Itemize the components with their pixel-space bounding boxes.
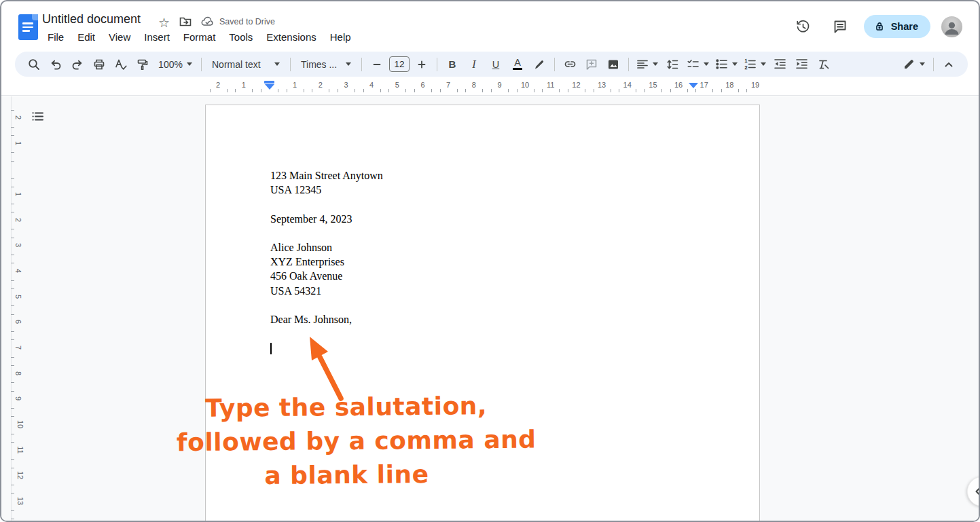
ruler-tick bbox=[670, 89, 671, 92]
menu-item-extensions[interactable]: Extensions bbox=[259, 30, 323, 44]
menu-item-view[interactable]: View bbox=[102, 30, 137, 44]
zoom-select[interactable]: 100% bbox=[156, 56, 195, 73]
comments-icon[interactable] bbox=[827, 14, 853, 39]
line-spacing-icon[interactable] bbox=[664, 56, 681, 73]
h-ruler-number: 1 bbox=[242, 81, 246, 89]
ruler-tick bbox=[534, 89, 534, 92]
saved-status[interactable]: Saved to Drive bbox=[219, 17, 275, 26]
insert-image-icon[interactable] bbox=[604, 56, 622, 73]
ruler-tick bbox=[508, 89, 509, 92]
increase-indent-icon[interactable] bbox=[793, 56, 810, 73]
ruler-tick bbox=[687, 89, 688, 92]
menu-item-format[interactable]: Format bbox=[177, 30, 223, 44]
h-ruler-number: 15 bbox=[649, 81, 657, 89]
print-icon[interactable] bbox=[90, 56, 108, 73]
horizontal-ruler[interactable]: 2112345678910111213141516171819 bbox=[1, 79, 979, 96]
search-menus-icon[interactable] bbox=[25, 56, 43, 73]
h-ruler-number: 5 bbox=[395, 81, 399, 89]
font-select[interactable]: Times ... bbox=[297, 56, 355, 73]
h-ruler-number: 11 bbox=[547, 81, 554, 89]
v-ruler-number: 3 bbox=[14, 243, 22, 247]
increase-font-size-button[interactable] bbox=[413, 56, 431, 73]
cloud-saved-icon[interactable] bbox=[200, 15, 215, 29]
numbered-list-button[interactable]: 12 bbox=[742, 56, 767, 73]
ruler-tick bbox=[594, 89, 594, 92]
h-ruler-number: 2 bbox=[216, 81, 220, 89]
version-history-icon[interactable] bbox=[791, 14, 816, 39]
share-button[interactable]: Share bbox=[864, 15, 930, 38]
h-ruler-number: 4 bbox=[369, 81, 374, 89]
docs-logo-icon[interactable] bbox=[18, 14, 38, 40]
align-button[interactable] bbox=[635, 56, 659, 73]
ruler-tick bbox=[11, 161, 14, 162]
star-icon[interactable]: ☆ bbox=[158, 15, 170, 31]
v-ruler-number: 7 bbox=[14, 346, 22, 350]
text-color-button[interactable]: A bbox=[509, 56, 526, 73]
toolbar-separator bbox=[554, 58, 555, 71]
show-outline-icon[interactable] bbox=[29, 108, 46, 124]
paragraph-style-select[interactable]: Normal text bbox=[208, 56, 284, 73]
ruler-tick bbox=[440, 89, 441, 92]
decrease-font-size-button[interactable] bbox=[368, 56, 386, 73]
ruler-tick bbox=[11, 280, 14, 281]
avatar[interactable] bbox=[941, 16, 962, 37]
h-ruler-number: 8 bbox=[472, 81, 476, 89]
v-ruler-number: 2 bbox=[14, 218, 22, 222]
svg-text:2: 2 bbox=[744, 65, 747, 70]
doc-line: XYZ Enterprises bbox=[270, 256, 705, 270]
chevron-down-icon bbox=[346, 62, 351, 66]
left-indent-marker bbox=[265, 84, 274, 90]
spell-check-icon[interactable] bbox=[112, 56, 130, 73]
toolbar-separator bbox=[201, 58, 202, 71]
ruler-tick bbox=[11, 178, 14, 179]
text-cursor bbox=[270, 343, 272, 354]
editing-mode-button[interactable] bbox=[900, 56, 927, 73]
menu-item-help[interactable]: Help bbox=[323, 30, 358, 44]
ruler-tick bbox=[11, 408, 14, 409]
ruler-tick bbox=[11, 519, 14, 519]
decrease-indent-icon[interactable] bbox=[771, 56, 788, 73]
text-color-glyph: A bbox=[513, 58, 522, 70]
font-size-input[interactable]: 12 bbox=[389, 56, 410, 72]
menu-item-tools[interactable]: Tools bbox=[222, 30, 259, 44]
vertical-ruler-line bbox=[11, 96, 12, 521]
underline-button[interactable]: U bbox=[487, 56, 505, 73]
vertical-ruler[interactable]: 2112345678910111213 bbox=[7, 96, 29, 521]
highlight-color-icon[interactable] bbox=[530, 56, 548, 73]
bold-button[interactable]: B bbox=[443, 56, 461, 73]
checklist-button[interactable] bbox=[685, 56, 710, 73]
document-page[interactable]: 123 Main Street AnytownUSA 12345 Septemb… bbox=[205, 105, 760, 522]
hide-menus-icon[interactable] bbox=[940, 56, 958, 73]
ruler-tick bbox=[11, 331, 14, 332]
toolbar-separator bbox=[437, 58, 437, 71]
menu-item-insert[interactable]: Insert bbox=[137, 30, 177, 44]
add-comment-icon[interactable] bbox=[583, 56, 600, 73]
chevron-down-icon bbox=[187, 62, 192, 66]
paint-format-icon[interactable] bbox=[134, 56, 151, 73]
v-ruler-number: 8 bbox=[14, 371, 22, 375]
doc-line: Dear Ms. Johnson, bbox=[270, 314, 705, 328]
menu-item-edit[interactable]: Edit bbox=[71, 30, 102, 44]
doc-line bbox=[270, 227, 705, 242]
move-to-folder-icon[interactable] bbox=[179, 15, 192, 29]
insert-link-icon[interactable] bbox=[561, 56, 579, 73]
undo-icon[interactable] bbox=[47, 56, 65, 73]
ruler-tick bbox=[11, 288, 14, 289]
doc-line bbox=[270, 198, 705, 212]
ruler-tick bbox=[287, 89, 287, 92]
redo-icon[interactable] bbox=[69, 56, 86, 73]
bulleted-list-button[interactable] bbox=[714, 56, 738, 73]
clear-formatting-icon[interactable] bbox=[814, 56, 832, 73]
ruler-tick bbox=[11, 127, 14, 128]
doc-line: 456 Oak Avenue bbox=[270, 270, 705, 284]
ruler-tick bbox=[338, 89, 338, 92]
ruler-tick bbox=[329, 89, 329, 92]
menu-item-file[interactable]: File bbox=[41, 30, 71, 44]
ruler-tick bbox=[11, 434, 14, 434]
italic-button[interactable]: I bbox=[465, 56, 483, 73]
doc-line: USA 54321 bbox=[270, 285, 705, 299]
ruler-tick bbox=[11, 229, 14, 229]
ruler-tick bbox=[746, 89, 747, 92]
share-label: Share bbox=[891, 21, 918, 32]
document-title[interactable]: Untitled document bbox=[42, 12, 141, 26]
